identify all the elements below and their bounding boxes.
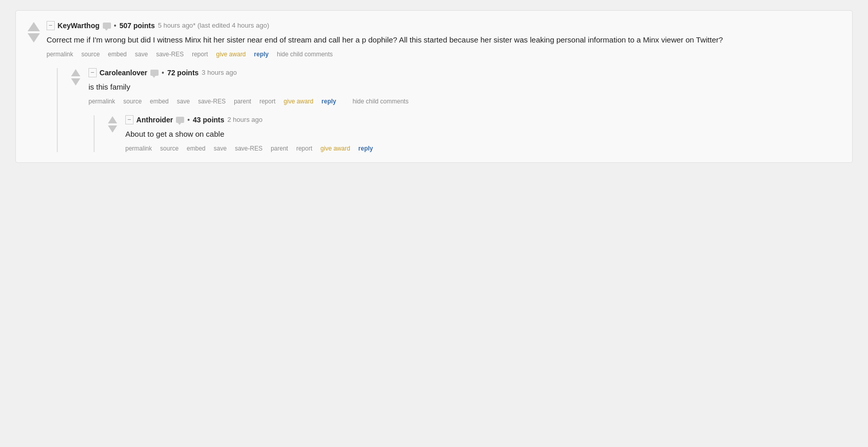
- top-level-comment: − KeyWarthog • 507 points 5 hours ago* (…: [26, 21, 842, 58]
- comment-thread: − KeyWarthog • 507 points 5 hours ago* (…: [15, 10, 853, 163]
- vote-column-2: [68, 69, 83, 86]
- reply-link[interactable]: reply: [254, 51, 269, 58]
- nested-comments-level1: − Caroleanlover • 72 points 3 hours ago …: [57, 68, 842, 152]
- points: 507 points: [119, 22, 154, 30]
- save-link-3[interactable]: save: [214, 145, 227, 152]
- downvote-button[interactable]: [28, 33, 40, 42]
- hide-child-comments-link-2[interactable]: hide child comments: [352, 98, 408, 105]
- username-3[interactable]: Anthroider: [137, 116, 173, 124]
- embed-link-2[interactable]: embed: [150, 98, 169, 105]
- report-link-3[interactable]: report: [296, 145, 312, 152]
- chat-icon[interactable]: [103, 23, 111, 29]
- upvote-button-2[interactable]: [71, 69, 80, 76]
- collapse-button[interactable]: −: [47, 21, 55, 30]
- nested-comments-level2: − Anthroider • 43 points 2 hours ago Abo…: [94, 115, 842, 152]
- comment-text-2: is this family: [88, 81, 842, 93]
- report-link-2[interactable]: report: [259, 98, 275, 105]
- source-link[interactable]: source: [81, 51, 100, 58]
- reply-link-3[interactable]: reply: [359, 145, 373, 152]
- nested-comment-inner: − Caroleanlover • 72 points 3 hours ago …: [68, 68, 842, 105]
- parent-link-2[interactable]: parent: [234, 98, 251, 105]
- dot-separator-2: •: [162, 69, 164, 77]
- timestamp: 5 hours ago* (last edited 4 hours ago): [158, 22, 270, 29]
- save-link-2[interactable]: save: [177, 98, 190, 105]
- comment-body-3: − Anthroider • 43 points 2 hours ago Abo…: [125, 115, 842, 152]
- permalink-link-2[interactable]: permalink: [88, 98, 115, 105]
- comment-header: − KeyWarthog • 507 points 5 hours ago* (…: [47, 21, 842, 30]
- downvote-button-2[interactable]: [71, 78, 80, 86]
- collapse-button-3[interactable]: −: [125, 115, 133, 124]
- comment-actions-2: permalink source embed save save-RES par…: [88, 98, 842, 105]
- comment-header-3: − Anthroider • 43 points 2 hours ago: [125, 115, 842, 124]
- embed-link-3[interactable]: embed: [187, 145, 206, 152]
- points-2: 72 points: [167, 69, 198, 77]
- save-link[interactable]: save: [135, 51, 148, 58]
- save-res-link[interactable]: save-RES: [156, 51, 184, 58]
- upvote-button-3[interactable]: [108, 116, 117, 123]
- comment-body: − KeyWarthog • 507 points 5 hours ago* (…: [47, 21, 842, 58]
- comment-actions-3: permalink source embed save save-RES par…: [125, 145, 842, 152]
- embed-link[interactable]: embed: [108, 51, 127, 58]
- reply-link-2[interactable]: reply: [322, 98, 337, 105]
- points-3: 43 points: [193, 116, 224, 124]
- upvote-button[interactable]: [28, 22, 40, 31]
- permalink-link[interactable]: permalink: [47, 51, 73, 58]
- collapse-button-2[interactable]: −: [88, 68, 97, 77]
- comment-body-2: − Caroleanlover • 72 points 3 hours ago …: [88, 68, 842, 105]
- nested-comment-1: − Caroleanlover • 72 points 3 hours ago …: [68, 68, 842, 152]
- downvote-button-3[interactable]: [108, 125, 117, 133]
- source-link-3[interactable]: source: [160, 145, 179, 152]
- save-res-link-2[interactable]: save-RES: [198, 98, 226, 105]
- hide-child-comments-link[interactable]: hide child comments: [277, 51, 332, 58]
- save-res-link-3[interactable]: save-RES: [235, 145, 262, 152]
- nested-comment-2: − Anthroider • 43 points 2 hours ago Abo…: [105, 115, 842, 152]
- comment-text-3: About to get a show on cable: [125, 129, 842, 140]
- dot-separator-3: •: [187, 116, 190, 124]
- username-2[interactable]: Caroleanlover: [100, 69, 147, 77]
- give-award-link-3[interactable]: give award: [321, 145, 350, 152]
- give-award-link-2[interactable]: give award: [284, 98, 314, 105]
- chat-icon-3[interactable]: [176, 117, 184, 123]
- comment-actions: permalink source embed save save-RES rep…: [47, 51, 842, 58]
- parent-link-3[interactable]: parent: [271, 145, 288, 152]
- report-link[interactable]: report: [192, 51, 208, 58]
- username[interactable]: KeyWarthog: [58, 22, 100, 30]
- timestamp-2: 3 hours ago: [202, 69, 237, 76]
- comment-text: Correct me if I'm wrong but did I witnes…: [47, 34, 842, 46]
- vote-column: [26, 22, 41, 42]
- dot-separator: •: [114, 22, 117, 30]
- timestamp-3: 2 hours ago: [228, 116, 263, 123]
- vote-column-3: [105, 116, 120, 133]
- nested-comment-inner-2: − Anthroider • 43 points 2 hours ago Abo…: [105, 115, 842, 152]
- give-award-link[interactable]: give award: [216, 51, 246, 58]
- permalink-link-3[interactable]: permalink: [125, 145, 152, 152]
- source-link-2[interactable]: source: [123, 98, 142, 105]
- chat-icon-2[interactable]: [150, 70, 159, 76]
- comment-header-2: − Caroleanlover • 72 points 3 hours ago: [88, 68, 842, 77]
